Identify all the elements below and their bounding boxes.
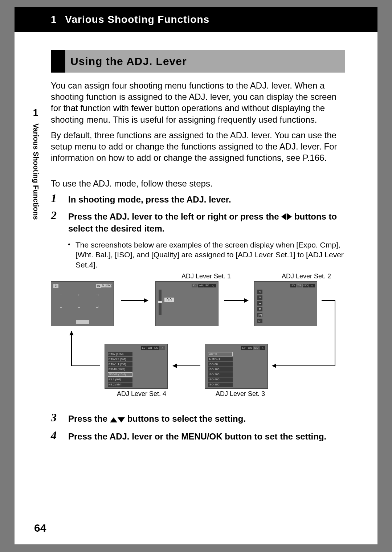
- intro-paragraph-1: You can assign four shooting menu functi…: [51, 80, 345, 125]
- quality-list: RAW (10M) RAW3:2 (9M) RAW1:1 (7M) F3648 …: [108, 352, 132, 387]
- connector-line: [71, 365, 100, 366]
- list-item: N3:2 (9M): [108, 383, 132, 387]
- wb-cloud-icon: ☁: [257, 301, 262, 306]
- screenshot-preview: ⏱ IN 1147 N ISO: [51, 281, 114, 326]
- list-item: AUTO-HI: [208, 357, 233, 361]
- chapter-number: 1: [51, 14, 57, 25]
- connector-line: [335, 300, 335, 365]
- step-text-pre: Press the ADJ. lever to the left or righ…: [68, 212, 281, 221]
- arrow-up-icon: [71, 331, 72, 365]
- page-number: 64: [34, 522, 46, 534]
- set1-tabs: EV WB ISO ◇: [192, 284, 216, 287]
- bottom-indicator: [76, 320, 89, 324]
- set2-tabs: EV WB ISO ◇: [290, 284, 315, 287]
- intro-paragraph-3: To use the ADJ. mode, follow these steps…: [51, 178, 345, 189]
- list-item: ISO 800: [208, 383, 233, 387]
- step-1: 1 In shooting mode, press the ADJ. lever…: [51, 194, 345, 205]
- sidebar-tab: 1 Various Shooting Functions: [28, 107, 43, 221]
- step-text-post: buttons to select the setting.: [127, 414, 246, 424]
- chapter-header: 1 Various Shooting Functions: [15, 7, 377, 32]
- wb-auto-icon: A: [257, 290, 262, 294]
- content-area: Using the ADJ. Lever You can assign four…: [51, 50, 345, 442]
- list-item: RAW3:2 (9M): [108, 357, 132, 361]
- tab-ev: EV: [290, 284, 296, 287]
- label-set2: ADJ Lever Set. 2: [282, 273, 331, 280]
- tab-ev: EV: [192, 284, 197, 287]
- step-text: In shooting mode, press the ADJ. lever.: [68, 194, 345, 205]
- step-text: Press the buttons to select the setting.: [68, 413, 345, 425]
- screenshot-set4: EV WB ISO ◇ RAW (10M) RAW3:2 (9M) RAW1:1…: [105, 344, 168, 389]
- iso-icon: ISO: [106, 284, 111, 287]
- step-number: 3: [51, 411, 57, 424]
- tab-iso: ISO: [204, 284, 210, 287]
- tab-ev: EV: [141, 346, 147, 350]
- list-item-selected: N3648 (10M): [108, 372, 132, 377]
- screenshot-set2: EV WB ISO ◇ A ☀ ☁ ✱ [M] CT: [254, 281, 317, 326]
- sidebar-chapter-number: 1: [28, 107, 43, 118]
- bullet-icon: [68, 244, 70, 245]
- label-set3: ADJ Lever Set. 3: [216, 390, 265, 398]
- manual-page: 1 Various Shooting Functions 1 Various S…: [15, 7, 377, 544]
- arrow-right-icon: [121, 300, 148, 301]
- step-2-bullet: The screenshots below are examples of th…: [51, 240, 345, 270]
- sidebar-chapter-label: Various Shooting Functions: [32, 123, 40, 220]
- step-number: 2: [51, 209, 57, 222]
- screenshot-set3: EV WB ISO ◇ AUTO AUTO-HI ISO 80 ISO 100 …: [205, 344, 268, 389]
- list-item-selected: AUTO: [208, 352, 233, 356]
- wb-options: A ☀ ☁ ✱ [M] CT: [257, 290, 262, 323]
- tab-wb: WB: [198, 284, 204, 287]
- arrow-right-icon: [224, 300, 248, 301]
- preview-top-right: N ISO: [101, 284, 111, 287]
- wb-sun-icon: ☀: [257, 295, 262, 300]
- quality-icon: N: [101, 284, 106, 287]
- ev-scale: [159, 290, 162, 315]
- ev-marker: [158, 301, 162, 303]
- left-right-icon: [281, 212, 292, 223]
- tab-extra: ◇: [210, 284, 216, 287]
- wb-inc-icon: ✱: [257, 307, 262, 311]
- label-set1: ADJ Lever Set. 1: [181, 273, 231, 280]
- tab-wb: WB: [147, 346, 153, 350]
- up-down-icon: [110, 414, 125, 425]
- timer-icon: ⏱: [53, 284, 58, 288]
- arrow-left-icon: [173, 365, 200, 366]
- intro-paragraph-2: By default, three functions are assigned…: [51, 130, 345, 164]
- step-3: 3 Press the buttons to select the settin…: [51, 413, 345, 425]
- list-item: F3648 (10M): [108, 367, 132, 372]
- step-2: 2 Press the ADJ. lever to the left or ri…: [51, 211, 345, 234]
- chapter-title: Various Shooting Functions: [65, 14, 209, 25]
- bullet-text: The screenshots below are examples of th…: [75, 241, 344, 269]
- section-heading: Using the ADJ. Lever: [51, 50, 345, 73]
- list-item: ISO 80: [208, 362, 233, 367]
- screenshot-set1: EV WB ISO ◇ 0.0: [155, 281, 219, 326]
- step-number: 4: [51, 429, 57, 442]
- step-4: 4 Press the ADJ. lever or the MENU/OK bu…: [51, 431, 345, 442]
- list-item: F3:2 (9M): [108, 377, 132, 382]
- tab-iso: ISO: [303, 284, 309, 287]
- arrow-left-icon: [272, 365, 335, 366]
- ev-value: 0.0: [164, 298, 174, 302]
- step-text-pre: Press the: [68, 414, 110, 424]
- set3-tabs: EV WB ISO ◇: [241, 346, 265, 350]
- tab-extra: ◇: [260, 346, 265, 350]
- wb-manual-icon: [M]: [257, 313, 262, 317]
- wb-ct-icon: CT: [257, 319, 262, 323]
- label-set4: ADJ Lever Set. 4: [117, 390, 166, 398]
- connector-line: [322, 300, 335, 301]
- set4-tabs: EV WB ISO ◇: [141, 346, 165, 350]
- iso-list: AUTO AUTO-HI ISO 80 ISO 100 ISO 200 ISO …: [208, 352, 233, 387]
- list-item: ISO 200: [208, 372, 233, 377]
- list-item: ISO 400: [208, 377, 233, 382]
- tab-iso: ISO: [253, 346, 259, 350]
- list-item: RAW (10M): [108, 352, 132, 356]
- tab-extra: ◇: [159, 346, 165, 350]
- step-number: 1: [51, 192, 57, 205]
- tab-ev: EV: [241, 346, 247, 350]
- tab-wb: WB: [297, 284, 302, 287]
- list-item: RAW1:1 (7M): [108, 362, 132, 367]
- tab-extra: ◇: [309, 284, 315, 287]
- tab-wb: WB: [247, 346, 253, 350]
- heading-accent: [51, 50, 65, 73]
- tab-iso: ISO: [153, 346, 159, 350]
- adj-lever-diagram: ADJ Lever Set. 1 ADJ Lever Set. 2 ⏱ IN 1…: [51, 275, 341, 400]
